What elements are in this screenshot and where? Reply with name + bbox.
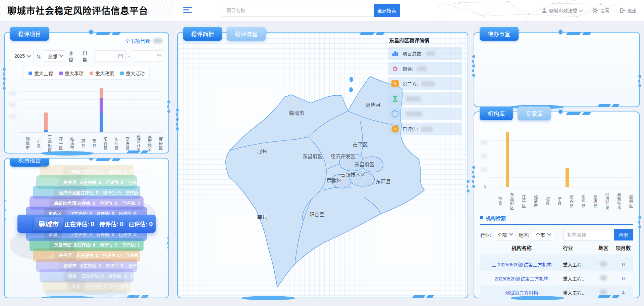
report-card-stats: 正在评估: 0 待评估: 0 已评估: 0 bbox=[86, 294, 156, 299]
tab-专家库[interactable]: 专家库 bbox=[518, 106, 551, 120]
org-search-title: 机构检索 bbox=[480, 214, 633, 225]
map-label-东昌府区[interactable]: 东昌府区 bbox=[355, 160, 375, 167]
map-decoration-dot bbox=[350, 77, 353, 82]
todo-panel: 待办事宜 bbox=[474, 32, 640, 107]
legend-item[interactable]: 重大政策 bbox=[90, 70, 114, 77]
legend-item[interactable]: 重大活动 bbox=[120, 70, 145, 77]
org-table-row[interactable]: 测试第三方机构重大工程...4 bbox=[480, 286, 633, 300]
citywide-project-count-label: 全市项目数: bbox=[125, 37, 152, 44]
org-region-redacted bbox=[600, 275, 607, 280]
bullet-square-icon bbox=[480, 216, 483, 219]
x-axis-label: 莘县 bbox=[549, 190, 561, 212]
x-axis-label: 阳谷县 bbox=[96, 134, 107, 153]
quarter-select[interactable]: 全部 bbox=[44, 50, 66, 62]
legend-item[interactable]: 重大事项 bbox=[59, 70, 84, 77]
y-axis-tick-redacted bbox=[9, 103, 16, 107]
org-search-button[interactable]: 检索 bbox=[614, 229, 633, 241]
table-strip bbox=[480, 254, 633, 257]
tab-稳评简情[interactable]: 稳评简情 bbox=[183, 27, 222, 41]
global-search-input[interactable] bbox=[222, 4, 374, 17]
map-label-莘县[interactable]: 莘县 bbox=[257, 213, 267, 220]
org-project-count-link[interactable]: 0 bbox=[613, 276, 633, 281]
date-end-input[interactable] bbox=[133, 50, 164, 62]
chart-gridline bbox=[490, 177, 633, 178]
org-project-count-link[interactable]: 4 bbox=[613, 290, 633, 295]
org-project-count-link[interactable]: 0 bbox=[613, 262, 633, 267]
check-circle-icon: ✓ bbox=[391, 125, 399, 133]
industry-select-value: 全部 bbox=[497, 232, 507, 238]
x-axis-label: 高新技术 bbox=[609, 190, 621, 212]
panel-decoration bbox=[638, 214, 641, 230]
bar-东昌府区[interactable] bbox=[44, 113, 48, 132]
bar-segment bbox=[44, 113, 48, 129]
bar-segment bbox=[44, 130, 48, 132]
org-table-header-机构名称: 机构名称 bbox=[480, 244, 563, 251]
x-axis-label: 度假区 bbox=[151, 134, 162, 153]
org-name-input[interactable] bbox=[564, 229, 611, 241]
report-card-stats: 正在评估: 0 待评估: 0 已评估: 0 bbox=[76, 189, 147, 196]
x-axis-label: 冠县 bbox=[537, 190, 549, 212]
bar-chart-icon bbox=[391, 49, 399, 57]
org-name-link[interactable]: 测试第三方机构 bbox=[480, 289, 563, 296]
report-panel: 项目报告 东阿县正在评估: 0 待评估: 0 已评估: 0高唐县正在评估: 0 … bbox=[4, 158, 169, 298]
panel-decoration bbox=[96, 158, 122, 163]
x-axis-label: 临清市 bbox=[62, 134, 73, 153]
map-label-茌平区[interactable]: 茌平区 bbox=[353, 140, 368, 147]
panel-decoration bbox=[4, 198, 6, 223]
org-region bbox=[593, 290, 613, 296]
map-label-临清市[interactable]: 临清市 bbox=[289, 109, 304, 116]
map-label-度假区[interactable]: 度假区 bbox=[327, 176, 342, 183]
tab-机构库[interactable]: 机构库 bbox=[480, 106, 513, 120]
industry-select[interactable]: 全部 bbox=[494, 229, 516, 241]
region-report-carousel: 东阿县正在评估: 0 待评估: 0 已评估: 0高唐县正在评估: 0 待评估: … bbox=[8, 167, 165, 296]
info-row-value-redacted bbox=[406, 96, 421, 101]
info-row-label: 项目总数: bbox=[402, 50, 423, 57]
project-bar-chart bbox=[18, 84, 162, 133]
bar-阳谷县[interactable] bbox=[566, 168, 569, 187]
date-start-input[interactable] bbox=[94, 50, 126, 62]
map-panel: 临清市高唐县冠县茌平区东昌府区经济开发区东昌府区高新技术区度假区东阿县莘县阳谷县… bbox=[177, 32, 468, 298]
org-table-header: 机构名称行业地区项目数 bbox=[480, 242, 633, 253]
map-label-阳谷县[interactable]: 阳谷县 bbox=[309, 210, 324, 217]
report-card-聊城市[interactable]: 聊城市正在评估: 0 待评估: 0 已评估: 0 bbox=[17, 215, 156, 233]
org-search-title-text: 机构检索 bbox=[486, 214, 506, 221]
info-row bbox=[388, 92, 462, 105]
info-row: ✿自评: bbox=[388, 62, 462, 75]
logout-button[interactable]: 退出 bbox=[620, 7, 637, 14]
bar-segment bbox=[100, 88, 103, 98]
org-name-link[interactable]: 三-20250520测试第三方机构 bbox=[480, 261, 563, 268]
menu-icon[interactable] bbox=[183, 7, 192, 14]
legend-item[interactable]: 重大工程 bbox=[29, 70, 53, 77]
map-label-高唐县[interactable]: 高唐县 bbox=[366, 101, 381, 108]
org-region-redacted bbox=[600, 290, 607, 295]
user-menu[interactable]: 聊城市政法委 bbox=[542, 7, 582, 14]
bar-阳谷县[interactable] bbox=[100, 88, 103, 132]
global-search-button[interactable]: 全局搜索 bbox=[374, 4, 400, 17]
table-strip bbox=[480, 300, 633, 303]
panel-decoration bbox=[598, 102, 621, 108]
y-axis-tick-redacted bbox=[481, 154, 488, 158]
org-industry: 重大工程... bbox=[563, 275, 593, 282]
org-name-link[interactable]: 20250520测试第三方机构 bbox=[480, 275, 563, 282]
bar-东昌府区[interactable] bbox=[506, 132, 509, 187]
year-select-value: 2025 bbox=[14, 53, 25, 59]
map-label-经济开发区[interactable]: 经济开发区 bbox=[330, 152, 356, 160]
report-card-stats: 正在评估: 0 待评估: 0 已评估: 0 bbox=[84, 283, 154, 290]
map-label-东昌府区[interactable]: 东昌府区 bbox=[303, 152, 323, 160]
org-table-row[interactable]: 三-20250520测试第三方机构重大工程...0 bbox=[480, 257, 633, 271]
year-select[interactable]: 2025 bbox=[11, 51, 34, 61]
chevron-down-icon bbox=[579, 8, 583, 12]
date-label: 日期: bbox=[83, 49, 91, 63]
map-label-冠县[interactable]: 冠县 bbox=[257, 147, 267, 154]
x-axis-label: 市直 bbox=[490, 190, 502, 212]
spinner-icon bbox=[391, 110, 399, 118]
map-label-东阿县[interactable]: 东阿县 bbox=[376, 177, 391, 184]
org-table-row[interactable]: 20250520测试第三方机构重大工程...0 bbox=[480, 271, 633, 286]
region-select[interactable]: 全市 bbox=[532, 229, 554, 241]
map-label-高新技术区[interactable]: 高新技术区 bbox=[340, 171, 366, 178]
org-table-header-项目数: 项目数 bbox=[613, 244, 633, 251]
x-axis-label: 东阿县 bbox=[573, 190, 585, 212]
project-filters: 2025 年 全部 季度 日期: - bbox=[11, 49, 164, 63]
settings-button[interactable]: 设置 bbox=[592, 7, 609, 14]
tab-稳评流程[interactable]: 稳评流程 bbox=[227, 27, 266, 41]
